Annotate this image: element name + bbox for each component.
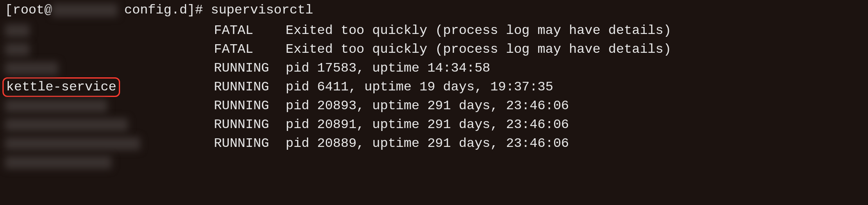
process-status: RUNNING [214,135,286,152]
process-name-cell [5,154,214,171]
redacted-name [5,137,140,150]
process-name-cell [5,41,214,58]
process-row: RUNNING pid 20893, uptime 291 days, 23:4… [5,97,863,115]
process-name-text: kettle-service [6,79,116,95]
process-row: RUNNING pid 20891, uptime 291 days, 23:4… [5,116,863,133]
redacted-hostname [52,4,118,17]
process-detail: Exited too quickly (process log may have… [286,22,863,39]
process-status: FATAL [214,41,286,58]
process-row: RUNNING pid 20889, uptime 291 days, 23:4… [5,135,863,152]
redacted-name [5,118,128,131]
prompt-dir: config.d [124,2,187,19]
prompt-user: root [13,2,44,19]
redacted-name [5,62,58,75]
process-status: RUNNING [214,97,286,115]
process-name-cell: kettle-service [5,77,214,97]
redacted-name [5,156,111,169]
prompt-at: @ [44,2,52,19]
process-status: FATAL [214,22,286,39]
process-detail: pid 6411, uptime 19 days, 19:37:35 [286,79,863,96]
prompt-close-bracket: ] [187,2,195,19]
process-status: RUNNING [214,79,286,96]
process-row: FATAL Exited too quickly (process log ma… [5,41,863,58]
process-detail: pid 20891, uptime 291 days, 23:46:06 [286,116,863,133]
process-name-cell [5,97,214,115]
process-status: RUNNING [214,116,286,133]
process-name-cell [5,116,214,133]
command-text[interactable]: supervisorctl [211,2,313,19]
redacted-name [5,99,107,113]
prompt-symbol: # [195,2,203,19]
process-detail: pid 17583, uptime 14:34:58 [286,60,863,77]
process-status: RUNNING [214,60,286,77]
highlight-annotation: kettle-service [2,77,120,97]
process-detail: pid 20893, uptime 291 days, 23:46:06 [286,97,863,115]
prompt-line: [root@ config.d]# supervisorctl [5,2,863,19]
process-name-cell [5,60,214,77]
redacted-name [5,24,30,37]
process-name-cell [5,135,214,152]
process-row: kettle-service RUNNING pid 6411, uptime … [5,79,863,96]
prompt-open-bracket: [ [5,2,13,19]
process-row: RUNNING pid 17583, uptime 14:34:58 [5,60,863,77]
process-detail: pid 20889, uptime 291 days, 23:46:06 [286,135,863,152]
process-name-cell [5,22,214,39]
process-detail: Exited too quickly (process log may have… [286,41,863,58]
redacted-name [5,43,30,56]
extra-row [5,154,863,171]
process-row: FATAL Exited too quickly (process log ma… [5,22,863,39]
